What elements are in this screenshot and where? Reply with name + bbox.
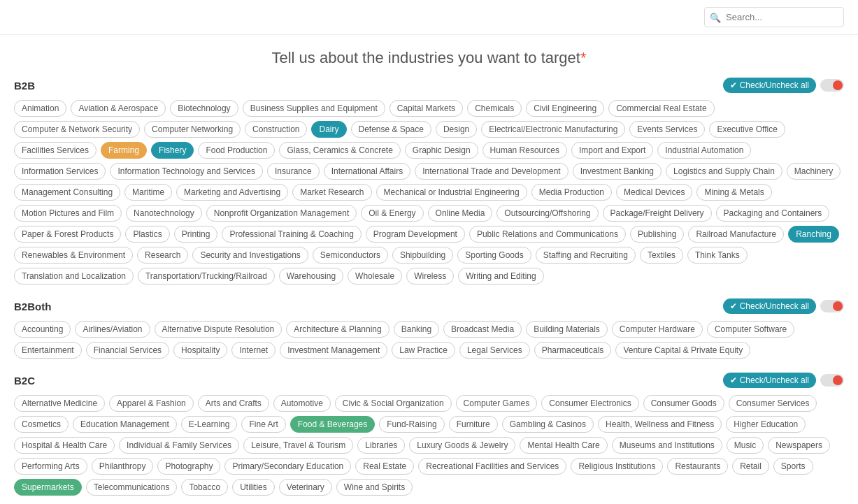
tag-b2c-22[interactable]: Libraries — [357, 437, 405, 454]
tag-b2both-1[interactable]: Airlines/Aviation — [75, 321, 150, 338]
tag-b2c-37[interactable]: Sports — [773, 458, 813, 475]
tag-b2c-15[interactable]: Furniture — [449, 416, 498, 433]
tag-b2b-6[interactable]: Civil Engineering — [526, 100, 604, 117]
tag-b2c-11[interactable]: E-Learning — [181, 416, 238, 433]
tag-b2b-57[interactable]: Railroad Manufacture — [688, 226, 784, 243]
tag-b2c-13[interactable]: Food & Beverages — [290, 416, 375, 433]
tag-b2b-44[interactable]: Nonprofit Organization Management — [206, 205, 357, 222]
tag-b2c-38[interactable]: Supermarkets — [14, 479, 82, 496]
tag-b2b-17[interactable]: Facilities Services — [14, 142, 96, 159]
tag-b2b-23[interactable]: Human Resources — [482, 142, 567, 159]
tag-b2both-3[interactable]: Architecture & Planning — [286, 321, 389, 338]
tag-b2c-21[interactable]: Leisure, Travel & Tourism — [243, 437, 353, 454]
tag-b2both-15[interactable]: Legal Services — [459, 342, 530, 359]
tag-b2c-31[interactable]: Primary/Secondary Education — [224, 458, 351, 475]
tag-b2b-22[interactable]: Graphic Design — [405, 142, 478, 159]
tag-b2c-3[interactable]: Automotive — [273, 395, 331, 412]
tag-b2b-36[interactable]: Marketing and Advertising — [176, 184, 288, 201]
tag-b2both-2[interactable]: Alternative Dispute Resolution — [155, 321, 283, 338]
tag-b2both-11[interactable]: Hospitality — [173, 342, 227, 359]
tag-b2c-18[interactable]: Higher Education — [726, 416, 806, 433]
tag-b2b-32[interactable]: Logistics and Supply Chain — [666, 163, 782, 180]
tag-b2c-43[interactable]: Wine and Spirits — [336, 479, 413, 496]
check-uncheck-btn-b2both[interactable]: ✔ Check/Uncheck all — [723, 298, 844, 314]
tag-b2b-66[interactable]: Textiles — [640, 247, 683, 264]
tag-b2b-20[interactable]: Food Production — [198, 142, 275, 159]
tag-b2b-37[interactable]: Market Research — [292, 184, 371, 201]
tag-b2b-60[interactable]: Research — [137, 247, 188, 264]
tag-b2b-33[interactable]: Machinery — [787, 163, 841, 180]
tag-b2b-35[interactable]: Maritime — [124, 184, 172, 201]
tag-b2b-59[interactable]: Renewables & Environment — [14, 247, 133, 264]
tag-b2b-54[interactable]: Program Development — [366, 226, 465, 243]
tag-b2c-40[interactable]: Tobacco — [181, 479, 228, 496]
tag-b2c-34[interactable]: Religious Institutions — [571, 458, 663, 475]
tag-b2c-25[interactable]: Museums and Institutions — [612, 437, 722, 454]
toggle-b2b[interactable] — [820, 79, 844, 92]
tag-b2both-17[interactable]: Venture Capital & Private Equity — [615, 342, 750, 359]
tag-b2b-31[interactable]: Investment Banking — [573, 163, 662, 180]
tag-b2b-5[interactable]: Chemicals — [467, 100, 522, 117]
tag-b2c-17[interactable]: Health, Wellness and Fitness — [598, 416, 722, 433]
tag-b2b-1[interactable]: Aviation & Aerospace — [71, 100, 166, 117]
tag-b2b-12[interactable]: Defense & Space — [351, 121, 431, 138]
tag-b2b-53[interactable]: Professional Training & Coaching — [222, 226, 361, 243]
tag-b2b-10[interactable]: Construction — [245, 121, 307, 138]
tag-b2b-14[interactable]: Electrical/Electronic Manufacturing — [481, 121, 625, 138]
tag-b2both-6[interactable]: Building Materials — [526, 321, 608, 338]
tag-b2b-40[interactable]: Medical Devices — [616, 184, 692, 201]
tag-b2b-70[interactable]: Warehousing — [279, 268, 343, 285]
tag-b2c-5[interactable]: Computer Games — [456, 395, 538, 412]
tag-b2b-51[interactable]: Plastics — [125, 226, 169, 243]
tag-b2b-55[interactable]: Public Relations and Communications — [469, 226, 626, 243]
tag-b2c-33[interactable]: Recreational Facilities and Services — [418, 458, 566, 475]
tag-b2c-10[interactable]: Education Management — [73, 416, 177, 433]
check-uncheck-btn-b2b[interactable]: ✔ Check/Uncheck all — [723, 78, 844, 93]
toggle-b2both[interactable] — [820, 300, 844, 312]
tag-b2b-62[interactable]: Semiconductors — [313, 247, 388, 264]
tag-b2b-7[interactable]: Commercial Real Estate — [608, 100, 714, 117]
tag-b2c-4[interactable]: Civic & Social Organization — [335, 395, 452, 412]
tag-b2b-67[interactable]: Think Tanks — [687, 247, 748, 264]
tag-b2b-64[interactable]: Sporting Goods — [457, 247, 531, 264]
tag-b2b-24[interactable]: Import and Export — [571, 142, 653, 159]
tag-b2both-13[interactable]: Investment Management — [280, 342, 387, 359]
tag-b2c-1[interactable]: Apparel & Fashion — [109, 395, 194, 412]
search-input[interactable] — [704, 7, 844, 27]
tag-b2c-35[interactable]: Restaurants — [667, 458, 728, 475]
tag-b2b-19[interactable]: Fishery — [151, 142, 194, 159]
tag-b2b-50[interactable]: Paper & Forest Products — [14, 226, 121, 243]
tag-b2b-69[interactable]: Transportation/Trucking/Railroad — [138, 268, 275, 285]
tag-b2both-7[interactable]: Computer Hardware — [612, 321, 703, 338]
tag-b2c-42[interactable]: Veterinary — [279, 479, 332, 496]
tag-b2c-39[interactable]: Telecommunications — [86, 479, 178, 496]
tag-b2c-20[interactable]: Individual & Family Services — [119, 437, 239, 454]
tag-b2b-72[interactable]: Wireless — [406, 268, 454, 285]
tag-b2both-10[interactable]: Financial Services — [86, 342, 169, 359]
tag-b2c-14[interactable]: Fund-Raising — [379, 416, 444, 433]
tag-b2c-32[interactable]: Real Estate — [355, 458, 414, 475]
tag-b2c-6[interactable]: Consumer Electronics — [541, 395, 638, 412]
tag-b2b-16[interactable]: Executive Office — [709, 121, 785, 138]
tag-b2c-2[interactable]: Arts and Crafts — [198, 395, 269, 412]
tag-b2c-26[interactable]: Music — [727, 437, 764, 454]
tag-b2both-8[interactable]: Computer Software — [707, 321, 794, 338]
tag-b2b-2[interactable]: Biotechnology — [170, 100, 238, 117]
tag-b2b-61[interactable]: Security and Investigations — [192, 247, 308, 264]
tag-b2both-12[interactable]: Internet — [231, 342, 276, 359]
tag-b2both-4[interactable]: Banking — [394, 321, 439, 338]
tag-b2b-9[interactable]: Computer Networking — [144, 121, 241, 138]
tag-b2c-24[interactable]: Mental Health Care — [520, 437, 607, 454]
toggle-b2c[interactable] — [820, 374, 844, 387]
tag-b2b-41[interactable]: Mining & Metals — [696, 184, 771, 201]
tag-b2both-5[interactable]: Broadcast Media — [443, 321, 522, 338]
tag-b2both-0[interactable]: Accounting — [14, 321, 71, 338]
tag-b2b-8[interactable]: Computer & Network Security — [14, 121, 140, 138]
tag-b2b-48[interactable]: Package/Freight Delivery — [603, 205, 712, 222]
tag-b2c-28[interactable]: Performing Arts — [14, 458, 87, 475]
tag-b2c-7[interactable]: Consumer Goods — [643, 395, 724, 412]
tag-b2b-30[interactable]: International Trade and Development — [415, 163, 568, 180]
tag-b2b-38[interactable]: Mechanical or Industrial Engineering — [376, 184, 527, 201]
tag-b2b-25[interactable]: Industrial Automation — [657, 142, 751, 159]
tag-b2both-14[interactable]: Law Practice — [392, 342, 455, 359]
